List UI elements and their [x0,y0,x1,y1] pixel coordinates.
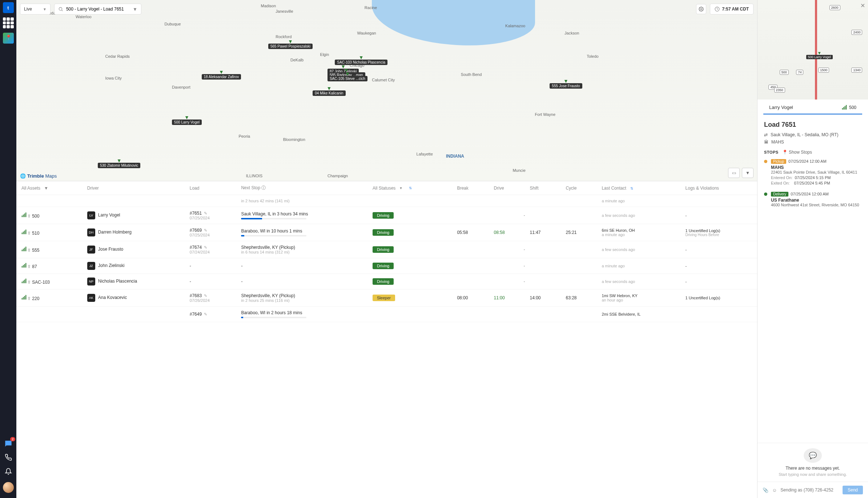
phone-icon[interactable] [5,454,12,463]
col-drive[interactable]: Drive [489,181,525,195]
main-map[interactable]: INDIANA Cedar FallsWaterlooDubuqueRockfo… [16,0,757,181]
chat-message-input[interactable] [780,487,839,493]
status-filter-dropdown[interactable]: All Statuses ▼ ⇅ [373,186,412,191]
svg-rect-23 [22,298,23,299]
sort-icon[interactable]: ⇅ [409,186,412,190]
edit-icon[interactable]: ✎ [204,312,207,316]
map-expand-toggle[interactable]: ▼ [742,168,754,178]
stop-item[interactable]: Delivery07/25/2024 12:00 AMUS Farathane4… [764,191,861,207]
city-label: ILLINOIS [246,174,262,178]
state-label: INDIANA [446,154,464,159]
signal-icon [21,230,27,235]
chevron-down-icon[interactable]: ▼ [133,7,137,12]
gear-icon [699,7,704,12]
col-next-stop[interactable]: Next Stop ⓘ [236,181,367,195]
detail-mini-map[interactable]: 500 Larry Vogel 260024007450045023501500… [758,0,868,100]
col-cycle[interactable]: Cycle [560,181,596,195]
map-app-icon[interactable] [3,33,14,44]
send-button[interactable]: Send [843,486,863,494]
route-line [815,0,817,100]
driver-map-pin[interactable]: 555 Jose Frausto [550,83,582,89]
city-label: Toledo [587,54,598,58]
stop-item[interactable]: Pickup07/25/2024 12:00 AMMAHS22401 Sauk … [764,158,861,185]
city-label: Bloomington [283,137,305,142]
city-label: Janesville [276,9,293,13]
wifi-icon: ⥣ [27,296,31,301]
search-box[interactable]: ▼ [54,4,141,15]
svg-rect-30 [846,105,847,110]
chevron-down-icon: ▼ [43,7,47,11]
table-row[interactable]: ⥣ SAC-103NPNicholas Plascencia--Driving-… [16,274,757,290]
city-label: Fort Wayne [535,112,555,117]
svg-rect-16 [23,265,24,267]
edit-icon[interactable]: ✎ [204,228,207,232]
route-shield: 500 [780,70,789,75]
clock-display: 7:57 AM CDT [710,4,754,15]
app-logo-icon[interactable]: t [3,2,14,13]
building-icon: 🏛 [764,139,768,145]
svg-rect-24 [23,297,24,299]
city-label: Muncie [513,168,525,173]
apps-grid-icon[interactable] [3,17,14,28]
status-badge: Driving [373,278,394,285]
city-label: South Bend [461,72,482,77]
col-driver[interactable]: Driver [82,181,185,195]
status-badge: Sleeper [373,295,395,301]
settings-button[interactable] [696,4,706,14]
close-panel-button[interactable]: ✕ [860,2,865,9]
stop-address: 22401 Sauk Pointe Drive, Sauk Village, I… [771,170,861,174]
svg-rect-19 [22,282,23,283]
mini-map-pin: 500 Larry Vogel [806,55,833,59]
svg-rect-22 [25,279,26,283]
sort-icon[interactable]: ⇅ [630,186,633,190]
edit-icon[interactable]: ✎ [204,211,207,215]
driver-map-pin[interactable]: SAC-105 Steve ...cich [327,76,367,81]
emoji-icon[interactable]: ☺ [772,487,777,493]
show-stops-toggle[interactable]: 📍 Show Stops [782,150,812,155]
stop-name: MAHS [771,165,861,170]
table-row[interactable]: ⥣ 87JZJohn Zielinski--Driving-a minute a… [16,258,757,274]
col-logs[interactable]: Logs & Violations [680,181,757,195]
col-shift[interactable]: Shift [525,181,561,195]
driver-avatar: DH [87,228,95,236]
driver-map-pin[interactable]: 565 Pawel Pospieszalski [268,44,313,49]
table-row[interactable]: ⥣ 510DHDarren Holmberg#7669✎07/25/2024Ba… [16,224,757,241]
asset-filter-dropdown[interactable]: All Assets ▼ [21,186,48,191]
svg-rect-27 [842,108,843,109]
progress-bar [241,317,306,318]
user-avatar[interactable] [3,482,14,493]
map-list-toggle[interactable]: ▭ [728,168,740,178]
mode-dropdown[interactable]: Live ▼ [20,4,51,15]
table-row[interactable]: in 2 hours 42 mins (141 mi)a minute ago [16,195,757,207]
detail-asset-id: 500 [842,105,856,110]
col-break[interactable]: Break [452,181,489,195]
signal-icon [21,263,27,268]
status-badge: Driving [373,246,394,253]
table-row[interactable]: #7649✎Baraboo, WI in 2 hours 18 mins2mi … [16,307,757,322]
svg-rect-25 [24,296,25,299]
driver-map-pin[interactable]: 500 Larry Vogel [172,120,202,125]
driver-map-pin[interactable]: 18 Aleksandar Zafirov [202,74,241,80]
svg-rect-6 [25,212,26,217]
col-load[interactable]: Load [185,181,236,195]
edit-icon[interactable]: ✎ [204,293,207,298]
chevron-down-icon: ▼ [399,186,402,190]
driver-map-pin[interactable]: 530 Zlatomir Milutinovic [98,163,140,168]
city-label: Waukegan [357,31,376,35]
search-input[interactable] [66,7,130,12]
bell-icon[interactable] [5,468,12,477]
table-row[interactable]: ⥣ 220AKAna Kovacevic#7683✎07/26/2024Shep… [16,290,757,307]
driver-avatar: LV [87,211,95,219]
table-row[interactable]: ⥣ 555JFJose Frausto#7674✎07/24/2024Sheph… [16,241,757,258]
table-row[interactable]: ⥣ 500LVLarry Vogel#7651✎07/25/2024Sauk V… [16,207,757,224]
wifi-icon: ⥣ [27,214,31,219]
attach-icon[interactable]: 📎 [763,487,768,493]
wifi-icon: ⥣ [27,280,31,285]
col-last-contact[interactable]: Last Contact ⇅ [596,181,680,195]
stop-address: 4600 Northwest 41st Street, Riverside, M… [771,203,861,207]
driver-map-pin[interactable]: 04 Mike Kalicanin [313,90,345,96]
svg-rect-26 [25,295,26,300]
chat-icon[interactable]: 2 [4,439,13,449]
svg-rect-10 [25,230,26,234]
edit-icon[interactable]: ✎ [204,245,207,250]
